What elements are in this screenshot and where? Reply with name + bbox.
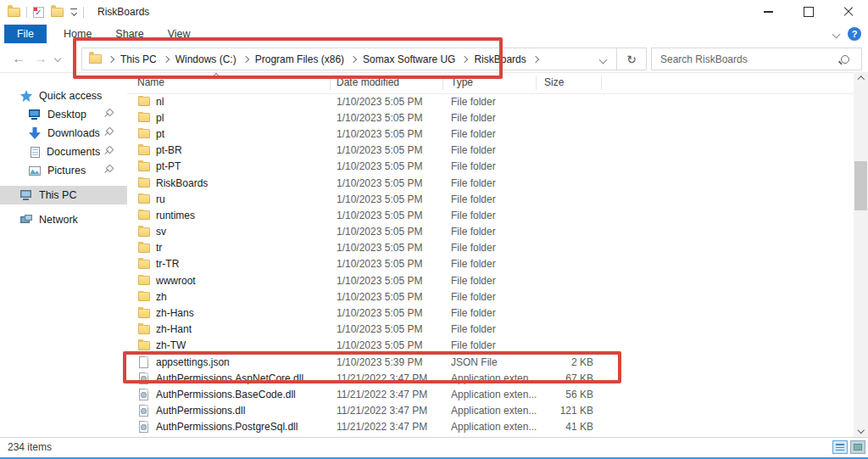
address-bar[interactable]: This PC Windows (C:) Program Files (x86)… (81, 48, 647, 70)
file-type-icon (138, 210, 150, 220)
breadcrumb-segment[interactable]: Somax Software UG (363, 53, 455, 65)
file-row[interactable]: zh 1/10/2023 5:05 PM File folder (127, 288, 854, 305)
file-rows: nl 1/10/2023 5:05 PM File folder pl 1/10… (127, 93, 854, 437)
recent-locations-icon[interactable] (52, 44, 64, 72)
file-type-cell: File folder (443, 128, 537, 140)
scrollbar-thumb[interactable] (854, 161, 867, 210)
file-row[interactable]: sv 1/10/2023 5:05 PM File folder (127, 224, 854, 240)
file-type-cell: File folder (443, 177, 537, 189)
breadcrumb-segment[interactable]: This PC (120, 53, 157, 65)
divider (26, 7, 27, 18)
expand-ribbon-icon[interactable] (832, 30, 841, 38)
file-row[interactable]: AuthPermissions.dll 11/21/2022 3:47 PM A… (127, 403, 854, 419)
file-name: zh-Hant (156, 323, 192, 335)
forward-button[interactable]: → (31, 44, 51, 72)
file-row[interactable]: AuthPermissions.AspNetCore.dll 11/21/202… (127, 370, 854, 386)
file-row[interactable]: nl 1/10/2023 5:05 PM File folder (127, 93, 854, 109)
pin-icon[interactable] (103, 147, 113, 156)
scroll-up-icon[interactable] (854, 72, 868, 87)
file-row[interactable]: ru 1/10/2023 5:05 PM File folder (127, 191, 854, 207)
file-row[interactable]: wwwroot 1/10/2023 5:05 PM File folder (127, 272, 854, 288)
back-button[interactable]: ← (8, 44, 29, 72)
help-icon[interactable]: ? (848, 27, 861, 41)
details-view-button[interactable] (832, 440, 848, 454)
minimize-button[interactable] (748, 0, 788, 24)
file-date-cell: 1/10/2023 5:05 PM (331, 144, 443, 156)
ribbon-tab[interactable]: Home (52, 25, 103, 43)
file-row[interactable]: RiskBoards 1/10/2023 5:05 PM File folder (127, 175, 854, 191)
file-name-cell: AuthPermissions.BaseCode.dll (127, 389, 331, 400)
sidebar-item[interactable]: Network (0, 210, 127, 229)
file-row[interactable]: AuthPermissions.BaseCode.dll 11/21/2022 … (127, 386, 854, 402)
file-name: nl (156, 96, 164, 108)
ribbon-tab[interactable]: File (4, 25, 47, 43)
file-row[interactable]: pt-PT 1/10/2023 5:05 PM File folder (127, 159, 854, 175)
file-row[interactable]: pt 1/10/2023 5:05 PM File folder (127, 126, 854, 142)
sidebar-item-label: Quick access (39, 90, 102, 102)
column-header-type[interactable]: Type (443, 76, 537, 90)
address-dropdown-icon[interactable] (590, 53, 616, 65)
file-type-cell: JSON File (443, 356, 537, 368)
pin-icon[interactable] (103, 128, 113, 137)
customize-quick-access-toolbar-icon[interactable] (70, 8, 77, 16)
file-type-icon (138, 194, 150, 204)
sidebar-item[interactable]: Downloads (0, 124, 127, 143)
ribbon-tab[interactable]: View (156, 25, 203, 43)
sidebar-item[interactable]: Pictures (0, 161, 127, 180)
sidebar-item[interactable]: This PC (0, 186, 127, 204)
thumbnails-view-button[interactable] (850, 440, 865, 454)
file-row[interactable]: AuthPermissions.PostgreSql.dll 11/21/202… (127, 419, 854, 435)
sidebar-item-icon (29, 109, 41, 120)
breadcrumb-segment[interactable]: Windows (C:) (175, 53, 236, 65)
file-name-cell: pt-BR (127, 144, 331, 156)
app-folder-icon (8, 8, 20, 17)
file-row[interactable]: pt-BR 1/10/2023 5:05 PM File folder (127, 143, 854, 159)
navigation-pane: Quick access Desktop Downloads Documents (0, 72, 127, 437)
file-date-cell: 1/10/2023 5:39 PM (331, 356, 443, 368)
vertical-scrollbar[interactable] (854, 72, 868, 437)
scroll-down-icon[interactable] (854, 423, 868, 437)
file-row[interactable]: pl 1/10/2023 5:05 PM File folder (127, 109, 854, 126)
file-date-cell: 1/10/2023 5:05 PM (331, 177, 443, 189)
file-row[interactable]: appsettings.json 1/10/2023 5:39 PM JSON … (127, 354, 854, 370)
ribbon-tab[interactable]: Share (103, 25, 155, 43)
file-name: RiskBoards (156, 177, 208, 189)
sidebar-item-icon (29, 127, 41, 139)
file-size-cell: 41 KB (537, 421, 602, 433)
pin-icon[interactable] (103, 109, 113, 119)
properties-icon[interactable]: ✓ (33, 7, 44, 18)
sidebar-item[interactable]: Desktop (0, 105, 127, 124)
file-date-cell: 11/21/2022 3:47 PM (331, 405, 443, 417)
file-date-cell: 11/21/2022 3:47 PM (331, 421, 443, 433)
details-view-icon (836, 444, 844, 451)
file-row[interactable]: runtimes 1/10/2023 5:05 PM File folder (127, 207, 854, 223)
breadcrumb-segment[interactable]: RiskBoards (474, 53, 526, 65)
sidebar-item[interactable]: Documents (0, 143, 127, 161)
search-icon[interactable] (841, 55, 849, 64)
file-row[interactable]: tr-TR 1/10/2023 5:05 PM File folder (127, 256, 854, 272)
column-header-date-modified[interactable]: Date modified (331, 76, 443, 90)
navigation-bar: ← → ↑ This PC Windows (C:) Program Files… (0, 44, 868, 73)
search-input[interactable] (652, 53, 841, 66)
column-header-name[interactable]: Name (127, 76, 331, 90)
breadcrumb-segment[interactable]: Program Files (x86) (255, 53, 344, 65)
close-button[interactable] (828, 0, 868, 24)
column-header-size[interactable]: Size (537, 76, 602, 90)
sidebar-item[interactable]: Quick access (0, 87, 127, 105)
file-row[interactable]: zh-Hant 1/10/2023 5:05 PM File folder (127, 322, 854, 338)
sidebar-item-icon (20, 90, 32, 102)
pin-icon[interactable] (103, 165, 113, 175)
breadcrumb-segment-wrap: Somax Software UG (363, 53, 474, 65)
file-row[interactable]: zh-TW 1/10/2023 5:05 PM File folder (127, 338, 854, 354)
sidebar-item-label: Pictures (47, 165, 86, 176)
file-size-cell: 56 KB (537, 389, 602, 400)
sidebar-item-icon (29, 166, 41, 176)
file-date-cell: 11/21/2022 3:47 PM (331, 389, 443, 400)
new-folder-icon[interactable] (51, 8, 64, 17)
file-name-cell: zh (127, 291, 331, 303)
refresh-button[interactable]: ↻ (617, 53, 646, 66)
maximize-button[interactable] (788, 0, 828, 24)
file-row[interactable]: tr 1/10/2023 5:05 PM File folder (127, 240, 854, 256)
file-row[interactable]: zh-Hans 1/10/2023 5:05 PM File folder (127, 305, 854, 321)
file-name: zh-TW (156, 339, 186, 351)
